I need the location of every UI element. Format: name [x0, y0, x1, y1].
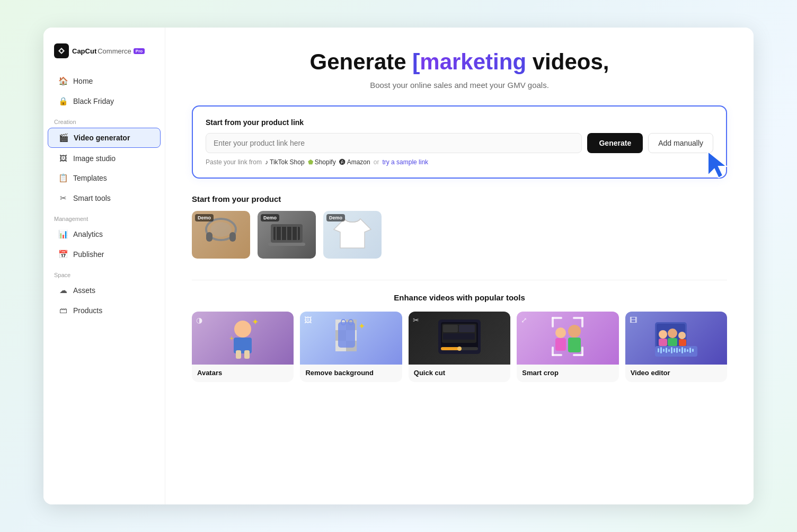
pro-badge: Pro: [134, 48, 145, 54]
app-logo: CapCut Commerce Pro: [43, 38, 165, 71]
section-creation-label: Creation: [43, 111, 165, 127]
svg-rect-43: [568, 338, 581, 352]
sidebar-label-home: Home: [73, 77, 93, 85]
tool-card-video-editor[interactable]: 🎞: [625, 312, 727, 382]
shopify-link[interactable]: ⬟ Shopify: [308, 158, 336, 166]
sidebar-item-templates[interactable]: 📋 Templates: [48, 169, 161, 188]
tool-card-smart-crop[interactable]: ⤢: [517, 312, 618, 382]
amazon-link[interactable]: 🅐 Amazon: [339, 158, 370, 166]
sidebar-label-templates: Templates: [73, 174, 107, 182]
generate-button[interactable]: Generate: [587, 133, 643, 153]
assets-icon: ☁: [58, 286, 68, 295]
svg-rect-63: [663, 349, 665, 352]
svg-rect-13: [268, 243, 305, 246]
quick-cut-tool-icon: ✂: [413, 316, 419, 324]
sidebar-item-assets[interactable]: ☁ Assets: [48, 281, 161, 300]
svg-point-58: [678, 332, 686, 339]
tool-card-avatars[interactable]: ◑ ✦ + Avatars: [192, 312, 294, 382]
product-card-grill[interactable]: Demo: [258, 211, 316, 259]
video-editor-illustration: [652, 314, 700, 362]
svg-rect-61: [658, 348, 659, 352]
svg-rect-41: [555, 338, 566, 351]
app-container: CapCut Commerce Pro 🏠 Home 🔒 Black Frida…: [43, 28, 754, 504]
shopify-label: Shopify: [315, 158, 336, 166]
sidebar-label-analytics: Analytics: [73, 230, 103, 238]
svg-rect-47: [581, 317, 583, 327]
sidebar-label-video-generator: Video generator: [74, 134, 130, 142]
sample-link[interactable]: try a sample link: [382, 158, 428, 166]
sidebar-item-products[interactable]: 🗃 Products: [48, 301, 161, 320]
svg-rect-4: [229, 232, 236, 242]
sidebar-item-publisher[interactable]: 📅 Publisher: [48, 245, 161, 264]
avatars-tool-icon: ◑: [196, 316, 202, 324]
remove-bg-illustration: ✦: [333, 314, 370, 362]
svg-marker-1: [708, 152, 727, 178]
capcut-logo-icon: [54, 43, 69, 58]
product-card-shirt[interactable]: Demo: [323, 211, 382, 259]
svg-rect-34: [443, 325, 458, 332]
headphones-demo-badge: Demo: [195, 214, 214, 221]
sidebar-item-home[interactable]: 🏠 Home: [48, 72, 161, 91]
svg-rect-17: [244, 350, 250, 359]
svg-rect-27: [338, 322, 355, 348]
grill-image: [263, 216, 311, 253]
svg-rect-45: [552, 317, 554, 327]
svg-point-40: [555, 327, 566, 338]
sidebar-item-video-generator[interactable]: 🎬 Video generator: [48, 128, 161, 148]
remove-background-label: Remove background: [300, 365, 402, 382]
svg-rect-72: [687, 349, 688, 352]
remove-bg-tool-icon: 🖼: [304, 316, 312, 324]
video-editor-image: 🎞: [625, 312, 727, 365]
sidebar-item-image-studio[interactable]: 🖼 Image studio: [48, 149, 161, 167]
svg-point-54: [659, 330, 667, 339]
section-space-label: Space: [43, 264, 165, 280]
hero-title: Generate marketing videos,: [192, 49, 727, 75]
svg-text:✦: ✦: [358, 322, 365, 331]
avatars-image: ◑ ✦ +: [192, 312, 294, 365]
sidebar-label-black-friday: Black Friday: [73, 97, 114, 105]
svg-rect-51: [581, 347, 583, 356]
remove-bg-image: 🖼 ✦: [300, 312, 402, 365]
svg-rect-35: [459, 325, 475, 332]
tiktok-shop-link[interactable]: ♪ TikTok Shop: [265, 158, 305, 166]
svg-rect-65: [668, 349, 670, 352]
svg-rect-73: [689, 348, 691, 353]
avatars-label: Avatars: [192, 365, 294, 382]
sidebar-item-analytics[interactable]: 📊 Analytics: [48, 225, 161, 244]
smart-tools-icon: ✂: [58, 193, 68, 203]
quick-cut-image: ✂: [409, 312, 510, 365]
svg-rect-71: [684, 348, 686, 352]
image-studio-icon: 🖼: [58, 154, 68, 163]
sidebar-item-smart-tools[interactable]: ✂ Smart tools: [48, 189, 161, 208]
svg-rect-74: [692, 349, 694, 352]
svg-rect-49: [552, 347, 554, 356]
divider: [192, 280, 727, 280]
hint-paste-text: Paste your link from: [206, 158, 262, 166]
tool-card-remove-background[interactable]: 🖼 ✦: [300, 312, 402, 382]
svg-rect-38: [441, 347, 459, 350]
grill-demo-badge: Demo: [261, 214, 279, 221]
sidebar-item-black-friday[interactable]: 🔒 Black Friday: [48, 92, 161, 111]
shirt-demo-badge: Demo: [326, 214, 345, 221]
sidebar-label-publisher: Publisher: [73, 250, 104, 259]
product-link-row: Generate Add manually: [206, 133, 713, 153]
product-link-input[interactable]: [206, 133, 582, 153]
svg-rect-3: [206, 232, 212, 242]
svg-rect-57: [668, 338, 677, 346]
paste-hint: Paste your link from ♪ TikTok Shop ⬟ Sho…: [206, 158, 713, 166]
svg-point-56: [668, 329, 677, 338]
app-subname: Commerce: [98, 47, 131, 55]
smart-crop-tool-icon: ⤢: [521, 316, 527, 324]
shopify-icon: ⬟: [308, 158, 313, 166]
sidebar: CapCut Commerce Pro 🏠 Home 🔒 Black Frida…: [43, 28, 165, 504]
product-card-headphones[interactable]: Demo: [192, 211, 250, 259]
products-section-title: Start from your product: [192, 194, 727, 203]
smart-crop-label: Smart crop: [517, 365, 618, 382]
section-management-label: Management: [43, 208, 165, 224]
tools-grid: ◑ ✦ + Avatars 🖼: [192, 312, 727, 382]
svg-point-14: [234, 321, 251, 338]
tool-card-quick-cut[interactable]: ✂ Quick cut: [409, 312, 510, 382]
svg-rect-70: [681, 347, 683, 353]
templates-icon: 📋: [58, 173, 68, 183]
app-name: CapCut: [72, 47, 96, 55]
